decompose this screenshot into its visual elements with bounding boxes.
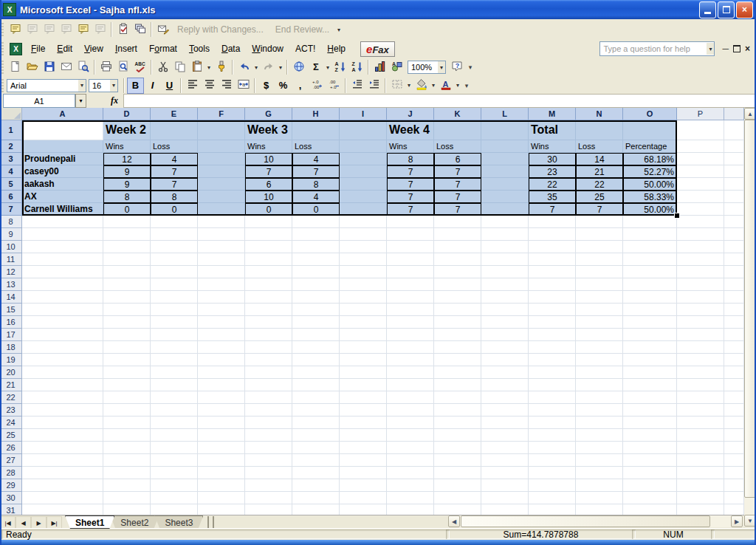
row-header-28[interactable]: 28 (0, 467, 22, 479)
cell-H2[interactable]: Loss (292, 140, 340, 153)
cell-D21[interactable] (103, 379, 151, 391)
cell-J16[interactable] (387, 316, 434, 329)
cell-F12[interactable] (198, 266, 245, 278)
restore-button[interactable] (718, 1, 735, 18)
column-header-J[interactable]: J (387, 108, 434, 120)
cell-L14[interactable] (481, 291, 529, 304)
cell-K15[interactable] (434, 304, 481, 316)
cell-O14[interactable] (623, 291, 677, 304)
cell-P30[interactable] (677, 492, 724, 504)
cell-D18[interactable] (103, 341, 151, 354)
cell-L31[interactable] (481, 504, 529, 515)
row-header-19[interactable]: 19 (0, 354, 22, 366)
cell-H29[interactable] (292, 479, 340, 492)
cell-I28[interactable] (340, 467, 387, 479)
cell-K11[interactable] (434, 253, 481, 266)
cell-M6[interactable]: 35 (529, 191, 576, 203)
cell-O1[interactable] (623, 120, 677, 140)
cell-A14[interactable] (22, 291, 103, 304)
cell-N6[interactable]: 25 (576, 191, 623, 203)
cell-K26[interactable] (434, 442, 481, 454)
cell-F26[interactable] (198, 442, 245, 454)
cell-D5[interactable]: 9 (103, 178, 151, 191)
cell-G30[interactable] (245, 492, 292, 504)
cell-F3[interactable] (198, 153, 245, 165)
row-header-16[interactable]: 16 (0, 316, 22, 329)
cell-E29[interactable] (151, 479, 198, 492)
cell-H19[interactable] (292, 354, 340, 366)
cell-P10[interactable] (677, 241, 724, 253)
cell-O15[interactable] (623, 304, 677, 316)
insert-hyperlink-button[interactable] (290, 59, 307, 75)
cell-O22[interactable] (623, 391, 677, 404)
cell-P31[interactable] (677, 504, 724, 515)
cell-G16[interactable] (245, 316, 292, 329)
cell-A4[interactable]: casey00 (22, 165, 103, 178)
row-header-6[interactable]: 6 (0, 191, 22, 203)
cell-I15[interactable] (340, 304, 387, 316)
cell-O25[interactable] (623, 429, 677, 442)
cell-M24[interactable] (529, 417, 576, 429)
cell-H12[interactable] (292, 266, 340, 278)
autosum-button[interactable]: Σ (307, 59, 324, 75)
column-header-G[interactable]: G (245, 108, 292, 120)
cell-E8[interactable] (151, 216, 198, 228)
cell-N27[interactable] (576, 454, 623, 467)
cell-A11[interactable] (22, 253, 103, 266)
cell-J19[interactable] (387, 354, 434, 366)
cell-J20[interactable] (387, 366, 434, 379)
cell-G6[interactable]: 10 (245, 191, 292, 203)
cell-G14[interactable] (245, 291, 292, 304)
font-size-combobox[interactable]: 16 ▾ (89, 79, 118, 92)
decrease-decimal-button[interactable]: .00+.0 (326, 78, 343, 94)
cell-L26[interactable] (481, 442, 529, 454)
cut-button[interactable] (154, 59, 171, 75)
cell-F23[interactable] (198, 404, 245, 417)
cell-P13[interactable] (677, 278, 724, 291)
cell-L12[interactable] (481, 266, 529, 278)
row-header-3[interactable]: 3 (0, 153, 22, 165)
cell-P17[interactable] (677, 329, 724, 341)
cell-O24[interactable] (623, 417, 677, 429)
cell-K19[interactable] (434, 354, 481, 366)
row-header-31[interactable]: 31 (0, 504, 22, 515)
cell-A9[interactable] (22, 228, 103, 241)
decrease-indent-button[interactable] (348, 78, 365, 94)
cell-I2[interactable] (340, 140, 387, 153)
cell-I13[interactable] (340, 278, 387, 291)
cell-1[interactable] (724, 120, 744, 140)
cell-N31[interactable] (576, 504, 623, 515)
cell-F25[interactable] (198, 429, 245, 442)
cell-6[interactable] (724, 191, 744, 203)
cell-G3[interactable]: 10 (245, 153, 292, 165)
cell-E23[interactable] (151, 404, 198, 417)
cell-I27[interactable] (340, 454, 387, 467)
cell-F21[interactable] (198, 379, 245, 391)
cell-N1[interactable] (576, 120, 623, 140)
cell-K17[interactable] (434, 329, 481, 341)
cell-J22[interactable] (387, 391, 434, 404)
cell-J14[interactable] (387, 291, 434, 304)
cell-J21[interactable] (387, 379, 434, 391)
row-header-27[interactable]: 27 (0, 454, 22, 467)
cell-N23[interactable] (576, 404, 623, 417)
cell-E24[interactable] (151, 417, 198, 429)
cell-O11[interactable] (623, 253, 677, 266)
cell-I24[interactable] (340, 417, 387, 429)
send-to-mail-recipient-button[interactable] (131, 21, 148, 38)
cell-G9[interactable] (245, 228, 292, 241)
cell-K3[interactable]: 6 (434, 153, 481, 165)
cell-P23[interactable] (677, 404, 724, 417)
cell-J9[interactable] (387, 228, 434, 241)
cell-M26[interactable] (529, 442, 576, 454)
cell-E12[interactable] (151, 266, 198, 278)
cell-K18[interactable] (434, 341, 481, 354)
cell-P5[interactable] (677, 178, 724, 191)
menu-tools[interactable]: Tools (183, 41, 216, 56)
cell-P22[interactable] (677, 391, 724, 404)
cell-O20[interactable] (623, 366, 677, 379)
cell-H11[interactable] (292, 253, 340, 266)
toolbar-drag-handle[interactable] (1, 23, 4, 36)
cell-D31[interactable] (103, 504, 151, 515)
cell-D16[interactable] (103, 316, 151, 329)
